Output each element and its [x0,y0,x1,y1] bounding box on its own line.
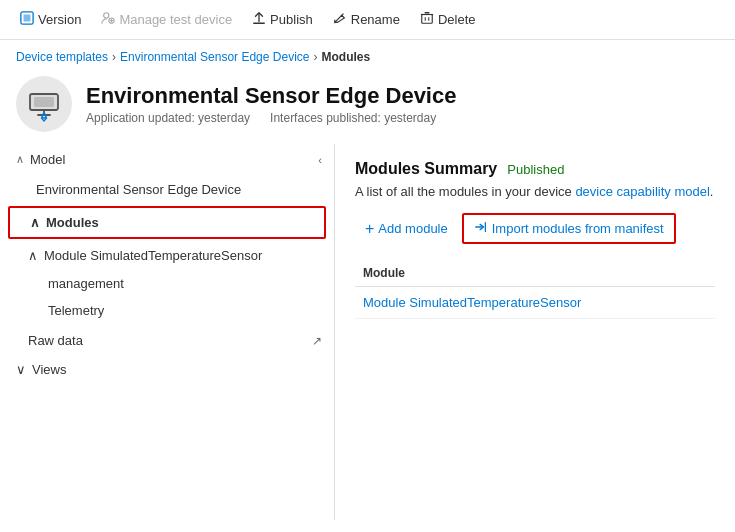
model-edge-device-item[interactable]: Environmental Sensor Edge Device [0,175,334,204]
rename-label: Rename [351,12,400,27]
delete-button[interactable]: Delete [412,7,484,32]
device-header: Environmental Sensor Edge Device Applica… [0,70,735,144]
table-header-row: Module [355,260,715,287]
manage-test-device-icon [101,11,115,28]
module-simulated-header[interactable]: ∧ Module SimulatedTemperatureSensor [0,241,334,270]
delete-label: Delete [438,12,476,27]
svg-point-18 [42,114,46,118]
raw-data-label: Raw data [28,333,83,348]
modules-section-header[interactable]: ∧ Modules [10,208,324,237]
model-collapse-icon[interactable]: ‹ [318,154,322,166]
views-section-header[interactable]: ∨ Views [0,355,334,384]
model-label: Model [30,152,65,167]
views-label: Views [32,362,66,377]
version-label: Version [38,12,81,27]
views-chevron-icon: ∨ [16,362,26,377]
import-label: Import modules from manifest [492,221,664,236]
delete-icon [420,11,434,28]
breadcrumb-current: Modules [321,50,370,64]
modules-summary-header: Modules Summary Published [355,160,715,178]
module-table: Module Module SimulatedTemperatureSensor [355,260,715,319]
version-icon [20,11,34,28]
device-info: Environmental Sensor Edge Device Applica… [86,83,456,125]
main-layout: ∧ Model ‹ Environmental Sensor Edge Devi… [0,144,735,520]
breadcrumb-sep-1: › [112,50,116,64]
left-panel: ∧ Model ‹ Environmental Sensor Edge Devi… [0,144,335,520]
add-module-label: Add module [378,221,447,236]
right-panel: Modules Summary Published A list of all … [335,144,735,520]
model-header-left: ∧ Model [16,152,65,167]
publish-button[interactable]: Publish [244,7,321,32]
table-row: Module SimulatedTemperatureSensor [355,287,715,319]
action-bar: + Add module Import modules from manifes… [355,213,715,244]
breadcrumb-sep-2: › [313,50,317,64]
device-meta-updated: Application updated: yesterday [86,111,250,125]
modules-section: ∧ Modules [8,206,326,239]
module-simulated-link[interactable]: Module SimulatedTemperatureSensor [363,295,581,310]
model-section-header[interactable]: ∧ Model ‹ [0,144,334,175]
modules-chevron-icon: ∧ [30,215,40,230]
management-label: management [48,276,124,291]
management-item[interactable]: management [0,270,334,297]
add-module-plus-icon: + [365,221,374,237]
manage-test-device-label: Manage test device [119,12,232,27]
module-simulated-label: Module SimulatedTemperatureSensor [44,248,262,263]
add-module-button[interactable]: + Add module [355,216,458,242]
module-row-cell: Module SimulatedTemperatureSensor [355,287,715,319]
breadcrumb-edge-device[interactable]: Environmental Sensor Edge Device [120,50,309,64]
modules-summary-title: Modules Summary [355,160,497,178]
breadcrumb-device-templates[interactable]: Device templates [16,50,108,64]
published-badge: Published [507,162,564,177]
model-section: ∧ Model ‹ Environmental Sensor Edge Devi… [0,144,334,204]
import-modules-button[interactable]: Import modules from manifest [462,213,676,244]
breadcrumb: Device templates › Environmental Sensor … [0,40,735,70]
device-icon [16,76,72,132]
rename-icon [333,11,347,28]
telemetry-label: Telemetry [48,303,104,318]
svg-point-2 [104,13,109,18]
model-chevron-icon: ∧ [16,153,24,166]
svg-rect-9 [422,15,433,24]
publish-icon [252,11,266,28]
device-title: Environmental Sensor Edge Device [86,83,456,109]
model-edge-device-label: Environmental Sensor Edge Device [36,182,241,197]
rename-button[interactable]: Rename [325,7,408,32]
manage-test-device-button[interactable]: Manage test device [93,7,240,32]
module-simulated-chevron-icon: ∧ [28,248,38,263]
svg-rect-15 [34,97,54,107]
device-meta-published: Interfaces published: yesterday [270,111,436,125]
telemetry-item[interactable]: Telemetry [0,297,334,324]
capability-model-link[interactable]: device capability model [575,184,709,199]
import-icon [474,220,488,237]
publish-label: Publish [270,12,313,27]
version-button[interactable]: Version [12,7,89,32]
device-meta: Application updated: yesterday Interface… [86,111,456,125]
svg-rect-1 [24,15,31,22]
raw-data-item[interactable]: Raw data ↗ [0,326,334,355]
modules-summary-desc: A list of all the modules in your device… [355,184,715,199]
toolbar: Version Manage test device Publish [0,0,735,40]
module-simulated-section: ∧ Module SimulatedTemperatureSensor mana… [0,241,334,324]
modules-label: Modules [46,215,99,230]
raw-data-expand-icon: ↗ [312,334,322,348]
module-column-header: Module [355,260,715,287]
